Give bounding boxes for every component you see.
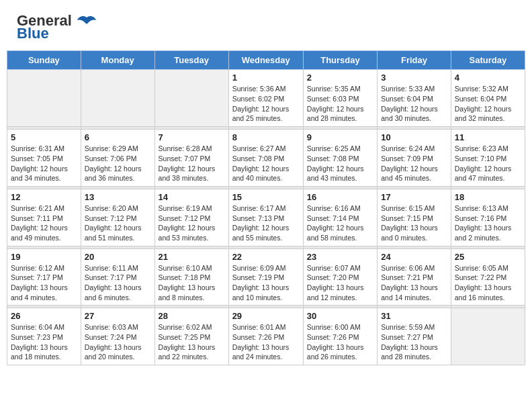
calendar-day: 10Sunrise: 6:24 AM Sunset: 7:09 PM Dayli… [378, 130, 451, 187]
calendar-day: 14Sunrise: 6:19 AM Sunset: 7:12 PM Dayli… [154, 189, 228, 246]
calendar-day: 21Sunrise: 6:10 AM Sunset: 7:18 PM Dayli… [154, 248, 228, 306]
day-header-friday: Friday [378, 51, 451, 70]
calendar-day: 26Sunrise: 6:04 AM Sunset: 7:23 PM Dayli… [7, 308, 81, 365]
day-number: 5 [11, 132, 77, 142]
day-number: 1 [232, 73, 300, 83]
calendar-day: 24Sunrise: 6:06 AM Sunset: 7:21 PM Dayli… [378, 248, 451, 306]
day-info: Sunrise: 6:23 AM Sunset: 7:10 PM Dayligh… [455, 144, 521, 183]
day-number: 21 [159, 252, 225, 262]
day-info: Sunrise: 6:20 AM Sunset: 7:12 PM Dayligh… [85, 203, 151, 243]
day-number: 15 [232, 192, 300, 202]
calendar-table: SundayMondayTuesdayWednesdayThursdayFrid… [7, 50, 525, 365]
day-number: 3 [381, 73, 447, 83]
day-number: 16 [307, 192, 373, 202]
calendar-day: 6Sunrise: 6:29 AM Sunset: 7:06 PM Daylig… [81, 130, 154, 187]
logo-blue-text: Blue [17, 26, 49, 42]
day-number: 28 [159, 311, 225, 321]
day-header-wednesday: Wednesday [228, 51, 303, 70]
day-number: 29 [232, 311, 300, 321]
calendar-week-5: 26Sunrise: 6:04 AM Sunset: 7:23 PM Dayli… [7, 308, 525, 365]
day-number: 11 [455, 132, 521, 142]
day-info: Sunrise: 6:19 AM Sunset: 7:12 PM Dayligh… [159, 203, 225, 243]
day-header-saturday: Saturday [451, 51, 525, 70]
calendar-day: 3Sunrise: 5:33 AM Sunset: 6:04 PM Daylig… [378, 70, 451, 127]
calendar-day: 23Sunrise: 6:07 AM Sunset: 7:20 PM Dayli… [303, 248, 377, 306]
page-header: General Blue [7, 7, 525, 45]
day-info: Sunrise: 6:05 AM Sunset: 7:22 PM Dayligh… [455, 263, 521, 303]
day-info: Sunrise: 6:31 AM Sunset: 7:05 PM Dayligh… [11, 144, 77, 183]
day-number: 14 [159, 192, 225, 202]
day-info: Sunrise: 5:32 AM Sunset: 6:04 PM Dayligh… [455, 84, 521, 124]
day-info: Sunrise: 6:17 AM Sunset: 7:13 PM Dayligh… [232, 203, 300, 243]
day-header-monday: Monday [81, 51, 154, 70]
calendar-day: 30Sunrise: 6:00 AM Sunset: 7:26 PM Dayli… [303, 308, 377, 365]
day-number: 13 [85, 192, 151, 202]
day-number: 10 [381, 132, 447, 142]
calendar-day [154, 70, 228, 127]
calendar-week-2: 5Sunrise: 6:31 AM Sunset: 7:05 PM Daylig… [7, 130, 525, 187]
calendar-day [451, 308, 525, 365]
calendar-header-row: SundayMondayTuesdayWednesdayThursdayFrid… [7, 51, 525, 70]
day-info: Sunrise: 6:29 AM Sunset: 7:06 PM Dayligh… [85, 144, 151, 183]
day-number: 4 [455, 73, 521, 83]
day-info: Sunrise: 6:09 AM Sunset: 7:19 PM Dayligh… [232, 263, 300, 303]
day-info: Sunrise: 6:06 AM Sunset: 7:21 PM Dayligh… [381, 263, 447, 303]
day-info: Sunrise: 6:27 AM Sunset: 7:08 PM Dayligh… [232, 144, 300, 183]
calendar-day: 28Sunrise: 6:02 AM Sunset: 7:25 PM Dayli… [154, 308, 228, 365]
calendar-day: 4Sunrise: 5:32 AM Sunset: 6:04 PM Daylig… [451, 70, 525, 127]
day-number: 26 [11, 311, 77, 321]
calendar-day: 15Sunrise: 6:17 AM Sunset: 7:13 PM Dayli… [228, 189, 303, 246]
calendar-day: 20Sunrise: 6:11 AM Sunset: 7:17 PM Dayli… [81, 248, 154, 306]
day-header-tuesday: Tuesday [154, 51, 228, 70]
calendar-day: 17Sunrise: 6:15 AM Sunset: 7:15 PM Dayli… [378, 189, 451, 246]
calendar-day: 25Sunrise: 6:05 AM Sunset: 7:22 PM Dayli… [451, 248, 525, 306]
calendar-day: 12Sunrise: 6:21 AM Sunset: 7:11 PM Dayli… [7, 189, 81, 246]
day-number: 18 [455, 192, 521, 202]
day-info: Sunrise: 6:25 AM Sunset: 7:08 PM Dayligh… [307, 144, 373, 183]
calendar-week-4: 19Sunrise: 6:12 AM Sunset: 7:17 PM Dayli… [7, 248, 525, 306]
calendar-week-3: 12Sunrise: 6:21 AM Sunset: 7:11 PM Dayli… [7, 189, 525, 246]
calendar-day: 9Sunrise: 6:25 AM Sunset: 7:08 PM Daylig… [303, 130, 377, 187]
calendar-day: 2Sunrise: 5:35 AM Sunset: 6:03 PM Daylig… [303, 70, 377, 127]
day-number: 7 [159, 132, 225, 142]
day-number: 27 [85, 311, 151, 321]
calendar-day: 27Sunrise: 6:03 AM Sunset: 7:24 PM Dayli… [81, 308, 154, 365]
day-info: Sunrise: 6:11 AM Sunset: 7:17 PM Dayligh… [85, 263, 151, 303]
day-info: Sunrise: 6:00 AM Sunset: 7:26 PM Dayligh… [307, 322, 373, 362]
logo: General Blue [17, 13, 96, 42]
calendar-day [81, 70, 154, 127]
day-number: 20 [85, 252, 151, 262]
day-number: 12 [11, 192, 77, 202]
day-info: Sunrise: 5:35 AM Sunset: 6:03 PM Dayligh… [307, 84, 373, 124]
day-info: Sunrise: 6:10 AM Sunset: 7:18 PM Dayligh… [159, 263, 225, 303]
calendar-day: 19Sunrise: 6:12 AM Sunset: 7:17 PM Dayli… [7, 248, 81, 306]
calendar-day: 22Sunrise: 6:09 AM Sunset: 7:19 PM Dayli… [228, 248, 303, 306]
calendar-day: 7Sunrise: 6:28 AM Sunset: 7:07 PM Daylig… [154, 130, 228, 187]
calendar-day: 16Sunrise: 6:16 AM Sunset: 7:14 PM Dayli… [303, 189, 377, 246]
day-info: Sunrise: 5:33 AM Sunset: 6:04 PM Dayligh… [381, 84, 447, 124]
day-number: 31 [381, 311, 447, 321]
day-info: Sunrise: 6:02 AM Sunset: 7:25 PM Dayligh… [159, 322, 225, 362]
day-info: Sunrise: 6:13 AM Sunset: 7:16 PM Dayligh… [455, 203, 521, 243]
day-info: Sunrise: 6:15 AM Sunset: 7:15 PM Dayligh… [381, 203, 447, 243]
day-number: 25 [455, 252, 521, 262]
day-number: 19 [11, 252, 77, 262]
day-header-thursday: Thursday [303, 51, 377, 70]
calendar-day: 1Sunrise: 5:36 AM Sunset: 6:02 PM Daylig… [228, 70, 303, 127]
calendar-day: 31Sunrise: 5:59 AM Sunset: 7:27 PM Dayli… [378, 308, 451, 365]
day-number: 17 [381, 192, 447, 202]
calendar-day: 8Sunrise: 6:27 AM Sunset: 7:08 PM Daylig… [228, 130, 303, 187]
day-info: Sunrise: 5:36 AM Sunset: 6:02 PM Dayligh… [232, 84, 300, 124]
day-info: Sunrise: 6:24 AM Sunset: 7:09 PM Dayligh… [381, 144, 447, 183]
calendar-day: 18Sunrise: 6:13 AM Sunset: 7:16 PM Dayli… [451, 189, 525, 246]
day-info: Sunrise: 6:16 AM Sunset: 7:14 PM Dayligh… [307, 203, 373, 243]
day-info: Sunrise: 6:01 AM Sunset: 7:26 PM Dayligh… [232, 322, 300, 362]
day-number: 2 [307, 73, 373, 83]
calendar-day: 29Sunrise: 6:01 AM Sunset: 7:26 PM Dayli… [228, 308, 303, 365]
day-info: Sunrise: 5:59 AM Sunset: 7:27 PM Dayligh… [381, 322, 447, 362]
day-number: 6 [85, 132, 151, 142]
day-info: Sunrise: 6:28 AM Sunset: 7:07 PM Dayligh… [159, 144, 225, 183]
day-number: 30 [307, 311, 373, 321]
day-info: Sunrise: 6:07 AM Sunset: 7:20 PM Dayligh… [307, 263, 373, 303]
day-info: Sunrise: 6:12 AM Sunset: 7:17 PM Dayligh… [11, 263, 77, 303]
